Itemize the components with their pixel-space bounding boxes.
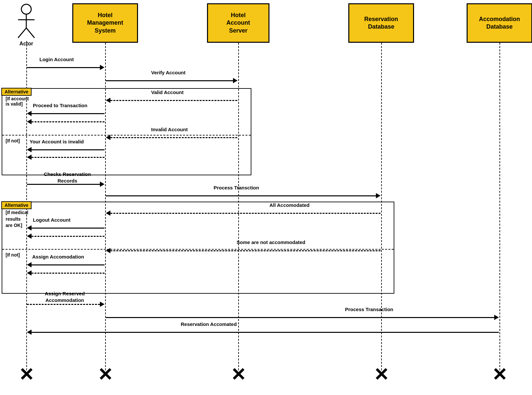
m11-arrow xyxy=(106,247,381,254)
actor: Actor xyxy=(10,3,43,47)
m4-return xyxy=(27,118,104,125)
m12-return xyxy=(27,270,104,276)
alt1-cond1: [If accountis valid] xyxy=(6,96,29,107)
m2-arrow xyxy=(106,77,238,84)
m9-arrow xyxy=(106,210,381,216)
m6-label: Your Account is invalid xyxy=(30,139,84,144)
svg-line-4 xyxy=(26,28,35,38)
has-terminator: ✕ xyxy=(231,364,246,385)
m15-label: Reservation Accomated xyxy=(181,321,237,327)
sequence-diagram: Actor HotelManagementSystem HotelAccount… xyxy=(0,0,532,395)
m13-label: Assign ReservedAccommodation xyxy=(27,290,103,303)
m9-label: All Accomodated xyxy=(269,202,310,208)
m14-arrow xyxy=(106,314,499,321)
adb-terminator: ✕ xyxy=(492,364,507,385)
m6-return xyxy=(27,154,104,160)
has-box: HotelAccountServer xyxy=(207,3,269,43)
m12-arrow xyxy=(27,261,104,268)
alt2-badge: Alternative xyxy=(1,201,32,209)
adb-lifeline xyxy=(499,43,500,370)
m1-arrow xyxy=(27,64,104,71)
hms-box: HotelManagementSystem xyxy=(72,3,138,43)
m6-arrow xyxy=(27,146,104,153)
alt1-cond2: [If not] xyxy=(6,138,20,143)
m12-label: Assign Accomodation xyxy=(32,254,84,259)
m8-label: Process Transction xyxy=(214,185,259,190)
m10-label: Logout Account xyxy=(33,217,70,223)
m10-arrow xyxy=(27,225,104,231)
rdb-box: ReservationDatabase xyxy=(348,3,414,43)
svg-line-3 xyxy=(18,28,26,38)
m2-label: Verify Account xyxy=(151,70,185,75)
m4-arrow xyxy=(27,110,104,117)
alt1-badge: Alternative xyxy=(1,88,32,96)
m7-label: Checks ReservationRecords xyxy=(31,171,104,184)
m8-arrow xyxy=(106,192,381,199)
m3-arrow xyxy=(106,97,237,104)
alt2-cond2: [If not] xyxy=(6,252,20,258)
rdb-terminator: ✕ xyxy=(374,364,389,385)
m3-label: Valid Account xyxy=(151,89,184,95)
m5-arrow xyxy=(106,134,237,141)
actor-terminator: ✕ xyxy=(19,364,34,385)
alt2-cond1: [If medicalresultsare OK] xyxy=(6,210,28,229)
m10-return xyxy=(27,233,104,239)
m14-label: Process Transaction xyxy=(345,307,393,312)
m15-arrow xyxy=(27,329,499,335)
m4-label: Proceed to Transaction xyxy=(33,103,87,108)
m11-label: Some are not accommodated xyxy=(237,239,305,245)
m5-label: Invalid Account xyxy=(151,127,188,132)
svg-point-0 xyxy=(21,4,31,14)
hms-terminator: ✕ xyxy=(98,364,113,385)
m1-label: Login Account xyxy=(39,57,74,62)
adb-box: AccomodationDatabase xyxy=(467,3,532,43)
